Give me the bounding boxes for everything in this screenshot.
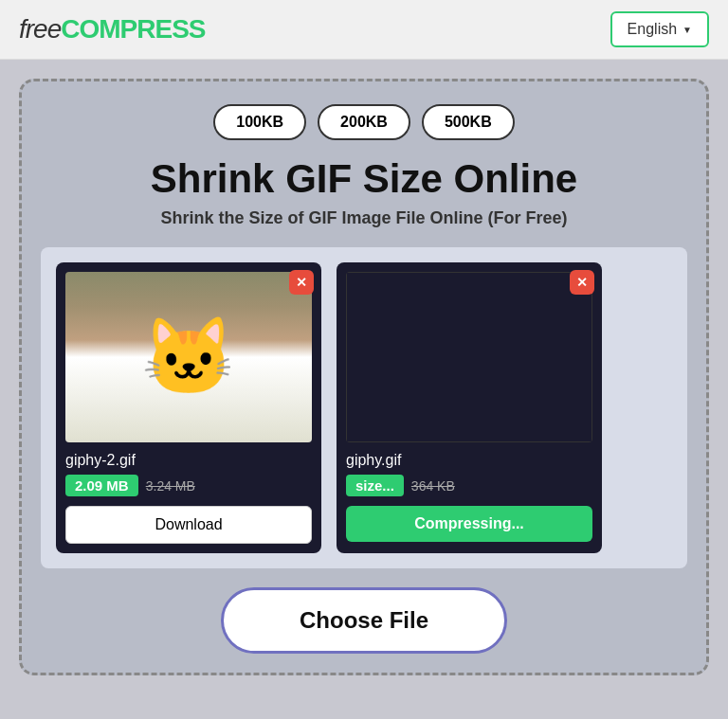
page-subtitle: Shrink the Size of GIF Image File Online… [41, 208, 687, 228]
file-sizes-1: 2.09 MB 3.24 MB [65, 475, 312, 496]
main-content: 100KB 200KB 500KB Shrink GIF Size Online… [0, 60, 728, 694]
cat-image: 🐱 [65, 272, 312, 442]
download-button-1[interactable]: Download [65, 506, 312, 544]
original-size-1: 3.24 MB [146, 478, 195, 494]
page-title: Shrink GIF Size Online [41, 157, 687, 201]
choose-file-button[interactable]: Choose File [221, 587, 507, 654]
compressing-button-2: Compressing... [346, 506, 592, 542]
file-preview-1: 🐱 [65, 272, 312, 442]
size-200kb-button[interactable]: 200KB [318, 104, 410, 140]
file-card-1: ✕ 🐱 giphy-2.gif 2.09 MB 3.24 MB Download [56, 262, 321, 553]
choose-file-wrapper: Choose File [41, 587, 687, 654]
chevron-down-icon: ▼ [682, 25, 692, 35]
compressed-size-badge-2: size... [346, 475, 404, 496]
dark-preview-2 [346, 272, 592, 442]
language-button[interactable]: English ▼ [610, 11, 709, 47]
size-100kb-button[interactable]: 100KB [213, 104, 306, 140]
file-preview-2 [346, 272, 592, 442]
file-name-1: giphy-2.gif [65, 452, 312, 469]
size-preset-buttons: 100KB 200KB 500KB [41, 104, 687, 140]
language-label: English [628, 21, 677, 38]
original-size-2: 364 KB [411, 478, 455, 494]
compressed-size-badge-1: 2.09 MB [65, 475, 138, 496]
file-card-2: ✕ giphy.gif size... 364 KB Compressing..… [337, 262, 602, 553]
logo-compress: COMPRESS [61, 14, 205, 44]
close-file-2-button[interactable]: ✕ [570, 270, 594, 295]
header: freeCOMPRESS English ▼ [0, 0, 728, 60]
files-container: ✕ 🐱 giphy-2.gif 2.09 MB 3.24 MB Download… [41, 247, 687, 568]
file-sizes-2: size... 364 KB [346, 475, 592, 496]
file-name-2: giphy.gif [346, 452, 592, 469]
logo-free: free [19, 14, 61, 44]
logo: freeCOMPRESS [19, 14, 206, 45]
size-500kb-button[interactable]: 500KB [422, 104, 515, 140]
close-file-1-button[interactable]: ✕ [289, 270, 314, 295]
upload-area: 100KB 200KB 500KB Shrink GIF Size Online… [19, 79, 709, 675]
